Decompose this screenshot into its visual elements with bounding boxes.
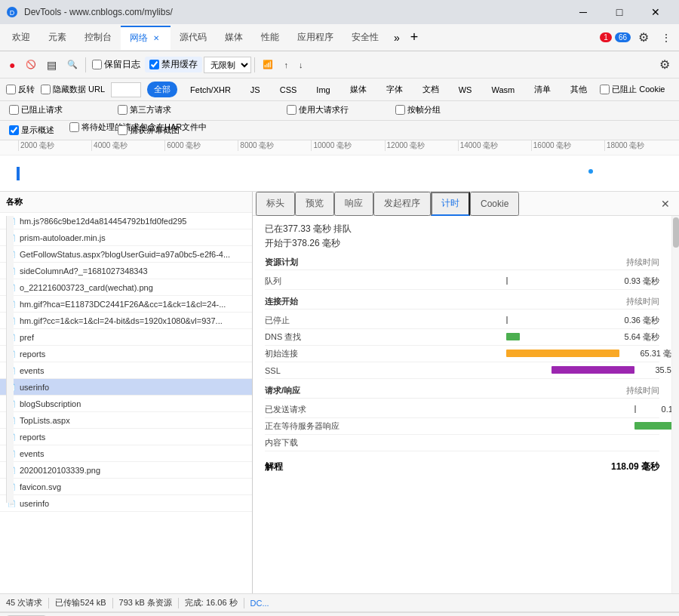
tab-welcome[interactable]: 欢迎 [3,26,39,50]
list-item[interactable]: 📄 prism-autoloader.min.js [0,229,252,246]
disable-cache-check[interactable]: 禁用缓存 [145,57,202,72]
list-item[interactable]: 📄 20200120103339.png [0,462,252,479]
filter-ws[interactable]: WS [452,83,479,97]
sep2 [254,57,255,72]
list-item[interactable]: 📄 pref [0,329,252,346]
list-item[interactable]: 📄 sideColumnAd?_=1681027348343 [0,263,252,279]
list-item[interactable]: 📄 GetFollowStatus.aspx?blogUserGuid=a97a… [0,246,252,263]
detail-panel: 标头 预览 响应 发起程序 计时 Cookie ✕ 已在377.33 毫秒 排队… [253,192,679,593]
tab-security[interactable]: 安全性 [343,26,388,50]
filter-font[interactable]: 字体 [379,82,410,97]
scrollbar-thumb[interactable] [673,217,679,248]
tick-6000: 6000 毫秒 [164,140,238,151]
filter-blocked-cookie[interactable]: 已阻止 Cookie [600,84,665,95]
list-item[interactable]: 📄 events [0,445,252,462]
record-button[interactable]: ● [5,56,20,74]
throttle-select[interactable]: 无限制 [204,57,251,73]
list-item-selected[interactable]: 📄 userinfo [0,379,252,396]
list-item[interactable]: 📄 o_221216003723_card(wechat).png [0,279,252,296]
detail-tab-preview[interactable]: 预览 [295,192,334,216]
tab-elements[interactable]: 元素 [39,26,75,50]
timing-row-queue: 队列 0.93 毫秒 [265,273,659,290]
error-badge: 1 [600,32,612,42]
wifi-icon[interactable]: 📶 [258,57,278,72]
tick-18000: 18000 毫秒 [604,140,677,151]
list-item[interactable]: 📄 reports [0,429,252,445]
list-item[interactable]: 📄 userinfo [0,495,252,512]
detail-tab-headers[interactable]: 标头 [256,192,295,216]
close-button[interactable]: ✕ [638,0,673,24]
settings-button[interactable]: ⚙ [634,27,653,48]
filter-hide-data-urls[interactable]: 隐藏数据 URL [41,84,105,95]
list-item[interactable]: 📄 blogSubscription [0,396,252,412]
search-button[interactable]: 🔍 [63,57,82,72]
tab-close-network[interactable]: ✕ [151,33,161,44]
timeline-scale: 2000 毫秒 4000 毫秒 6000 毫秒 8000 毫秒 10000 毫秒… [0,140,679,156]
tick-10000: 10000 毫秒 [311,140,384,151]
list-item[interactable]: 📄 hm.js?866c9be12d4a814454792b1fd0fed295 [0,213,252,229]
main-content: 各称 📄 hm.js?866c9be12d4a814454792b1fd0fed… [0,192,679,593]
tab-network[interactable]: 网络 ✕ [121,26,171,50]
filter-reverse[interactable]: 反转 [6,84,35,95]
upload-icon[interactable]: ↑ [279,57,293,72]
option-show-overview[interactable]: 显示概述 [6,123,112,137]
detail-tab-timing[interactable]: 计时 [431,192,470,216]
filter-clear[interactable]: 清单 [527,82,558,97]
list-item[interactable]: 📄 TopLists.aspx [0,412,252,429]
filter-fetch-xhr[interactable]: Fetch/XHR [183,83,238,97]
filter-wasm[interactable]: Wasm [484,83,521,97]
more-tabs-icon[interactable]: » [391,32,403,44]
filter-js[interactable]: JS [244,83,267,97]
filter-other[interactable]: 其他 [564,82,594,97]
option-capture-screenshots[interactable]: 捕获屏幕截图 [115,123,220,137]
maximize-button[interactable]: □ [602,0,637,24]
list-item[interactable]: 📄 hm.gif?cc=1&ck=1&cl=24-bit&ds=1920x108… [0,313,252,329]
list-item[interactable]: 📄 reports [0,346,252,362]
filter-img[interactable]: Img [309,83,336,97]
sep [112,598,113,608]
list-item[interactable]: 📄 hm.gif?hca=E11873DC2441F26A&cc=1&ck=1&… [0,296,252,313]
detail-close-button[interactable]: ✕ [655,193,676,214]
detail-tab-response[interactable]: 响应 [334,192,373,216]
detail-tab-cookie[interactable]: Cookie [470,192,519,216]
left-scrollbar[interactable] [6,216,14,503]
total-label: 解程 [265,460,283,473]
tab-application[interactable]: 应用程序 [288,26,343,50]
timeline-chart[interactable] [0,156,679,192]
options-row1: 已阻止请求 第三方请求 使用大请求行 按帧分组 将待处理的请求包含在HAR文件中 [0,101,679,121]
list-item[interactable]: 📄 events [0,362,252,379]
filter-css[interactable]: CSS [273,83,304,97]
network-list-panel: 各称 📄 hm.js?866c9be12d4a814454792b1fd0fed… [0,192,253,593]
tab-performance[interactable]: 性能 [252,26,288,50]
section-header-request: 请求/响应 持续时间 [265,385,659,399]
tick-14000: 14000 毫秒 [458,140,531,151]
tab-sources[interactable]: 源代码 [171,26,216,50]
option-blocked-requests[interactable]: 已阻止请求 [6,103,112,117]
total-value: 118.09 毫秒 [611,460,659,473]
add-tab-button[interactable]: + [407,29,422,45]
tab-console[interactable]: 控制台 [75,26,121,50]
option-use-large-rows[interactable]: 使用大请求行 [284,103,389,117]
dc-link[interactable]: DC... [250,599,269,608]
timing-summary: 已在377.33 毫秒 排队 开始于378.26 毫秒 [265,222,659,251]
timing-row-connect: 初始连接 65.31 毫秒 [265,346,659,362]
url-filter-input[interactable] [111,82,141,97]
download-icon[interactable]: ↓ [294,57,308,72]
detail-tab-initiator[interactable]: 发起程序 [373,192,431,216]
tab-media[interactable]: 媒体 [216,26,252,50]
network-list: 📄 hm.js?866c9be12d4a814454792b1fd0fed295… [0,213,252,593]
option-group-by-frame[interactable]: 按帧分组 [392,103,498,117]
timing-row-stall: 已停止 0.36 毫秒 [265,313,659,329]
filter-toggle[interactable]: ▤ [42,56,61,74]
filter-doc[interactable]: 文档 [416,82,446,97]
option-third-party[interactable]: 第三方请求 [115,103,220,117]
filter-all[interactable]: 全部 [147,82,177,97]
customize-button[interactable]: ⋮ [656,29,676,47]
list-item[interactable]: 📄 favicon.svg [0,479,252,495]
filter-media[interactable]: 媒体 [343,82,373,97]
network-settings[interactable]: ⚙ [655,54,674,75]
clear-button[interactable]: 🚫 [21,57,41,72]
minimize-button[interactable]: ─ [566,0,601,24]
detail-scrollbar[interactable] [671,216,679,593]
preserve-log-check[interactable]: 保留日志 [89,58,143,71]
